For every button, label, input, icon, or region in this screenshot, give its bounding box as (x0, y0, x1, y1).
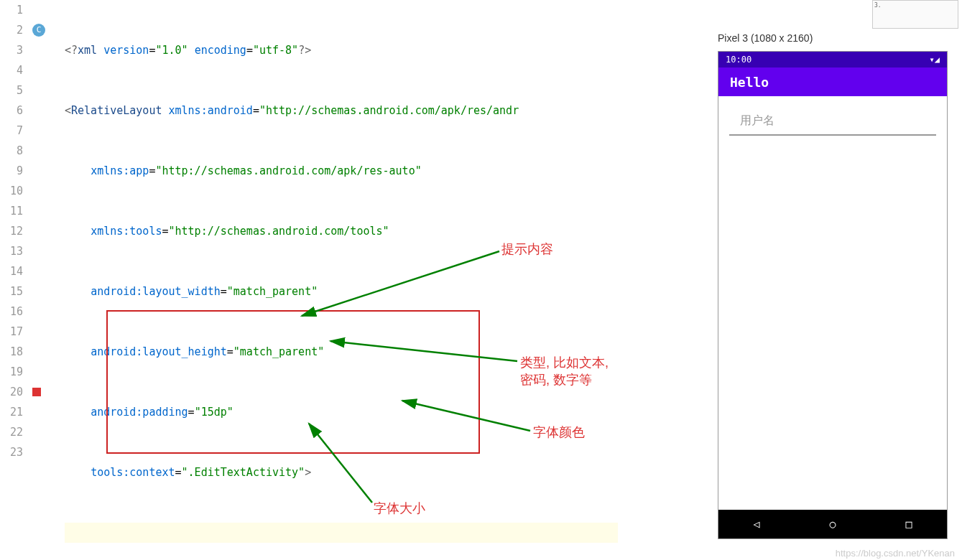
line-number: 5 (0, 80, 23, 101)
nav-recent-icon[interactable]: □ (905, 518, 912, 531)
gutter-error-marker[interactable] (32, 388, 41, 396)
nav-home-icon[interactable]: ○ (829, 518, 836, 531)
annotation-size: 字体大小 (374, 500, 425, 517)
line-number: 16 (0, 302, 23, 322)
line-number: 20 (0, 382, 23, 402)
device-label: Pixel 3 (1080 x 2160) (718, 32, 948, 44)
thumbnail-preview: 3. (872, 0, 958, 29)
line-number: 14 (0, 261, 23, 281)
watermark: https://blog.csdn.net/YKenan (836, 548, 955, 559)
line-number: 10 (0, 181, 23, 201)
code-editor[interactable]: 1 2 3 4 5 6 7 8 9 10 11 12 13 14 15 16 1… (0, 0, 618, 560)
line-number: 17 (0, 322, 23, 342)
line-number: 23 (0, 442, 23, 462)
status-time: 10:00 (726, 55, 751, 65)
app-title: Hello (730, 75, 769, 90)
line-number: 21 (0, 402, 23, 422)
line-number: 8 (0, 141, 23, 161)
status-bar: 10:00 ▾◢ (718, 52, 947, 67)
line-number: 1 (0, 0, 23, 20)
annotation-color: 字体颜色 (533, 424, 585, 441)
layout-preview: Pixel 3 (1080 x 2160) 10:00 ▾◢ Hello ◁ ○… (718, 32, 948, 539)
status-icons: ▾◢ (930, 55, 940, 65)
phone-frame: 10:00 ▾◢ Hello ◁ ○ □ (718, 51, 948, 539)
line-number: 18 (0, 342, 23, 362)
nav-back-icon[interactable]: ◁ (753, 518, 759, 531)
line-gutter: 1 2 3 4 5 6 7 8 9 10 11 12 13 14 15 16 1… (0, 0, 29, 560)
line-number: 12 (0, 221, 23, 241)
edittext-preview[interactable] (729, 107, 936, 136)
line-number: 6 (0, 101, 23, 121)
line-number: 2 (0, 20, 23, 40)
line-number: 3 (0, 40, 23, 60)
line-number: 15 (0, 281, 23, 302)
annotation-type: 类型, 比如文本, 密码, 数字等 (520, 354, 618, 388)
annotation-hint: 提示内容 (501, 241, 553, 258)
line-number: 4 (0, 60, 23, 80)
line-number: 11 (0, 201, 23, 221)
gutter-class-marker[interactable]: C (32, 24, 45, 37)
line-number: 13 (0, 241, 23, 261)
phone-content (718, 96, 947, 146)
code-area[interactable]: <?xml version="1.0" encoding="utf-8"?> <… (65, 0, 618, 560)
line-number: 7 (0, 121, 23, 141)
line-number: 9 (0, 161, 23, 181)
app-bar: Hello (718, 67, 947, 96)
line-number: 22 (0, 422, 23, 442)
line-number: 19 (0, 362, 23, 382)
nav-bar: ◁ ○ □ (718, 510, 947, 538)
